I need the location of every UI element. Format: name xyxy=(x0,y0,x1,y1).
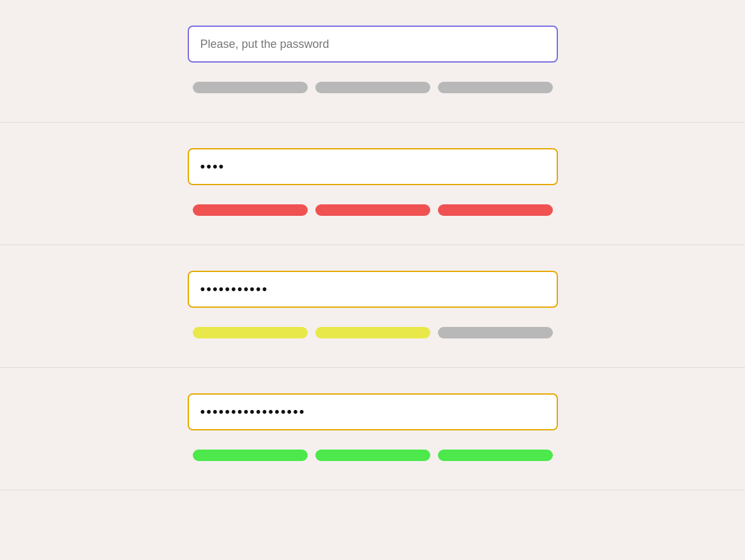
password-input-weak[interactable] xyxy=(188,148,558,185)
password-section-empty xyxy=(0,0,745,123)
strength-bar-medium-3 xyxy=(438,327,553,338)
strength-bar-strong-2 xyxy=(315,450,430,461)
strength-bar-weak-1 xyxy=(193,204,308,216)
password-input-strong[interactable] xyxy=(188,393,558,430)
strength-bars-medium xyxy=(193,327,553,338)
strength-bar-strong-3 xyxy=(438,450,553,461)
strength-bar-medium-2 xyxy=(315,327,430,338)
strength-bar-weak-2 xyxy=(315,204,430,216)
password-input-empty[interactable] xyxy=(188,26,558,63)
strength-bars-empty xyxy=(193,82,553,93)
strength-bar-2 xyxy=(315,82,430,93)
password-section-strong xyxy=(0,368,745,490)
strength-bar-strong-1 xyxy=(193,450,308,461)
strength-bar-3 xyxy=(438,82,553,93)
strength-bar-medium-1 xyxy=(193,327,308,338)
strength-bars-weak xyxy=(193,204,553,216)
strength-bar-weak-3 xyxy=(438,204,553,216)
strength-bar-1 xyxy=(193,82,308,93)
strength-bars-strong xyxy=(193,450,553,461)
password-section-medium xyxy=(0,245,745,368)
password-section-weak xyxy=(0,123,745,245)
password-input-medium[interactable] xyxy=(188,271,558,308)
